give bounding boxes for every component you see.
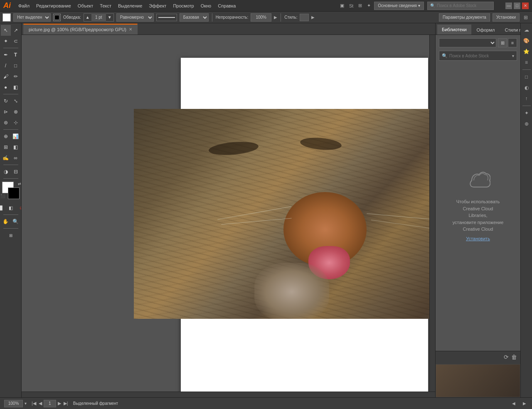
tool-group-slice: ◑ ⊟	[1, 166, 21, 177]
free-transform-tool[interactable]: ⊛	[1, 117, 11, 128]
pencil-tool[interactable]: ✏	[11, 71, 21, 82]
stroke-panel-icon[interactable]: ↑	[522, 94, 532, 103]
cc-install-link[interactable]: Установить	[466, 236, 490, 241]
selection-tool[interactable]: ↖	[1, 25, 11, 36]
align-icon[interactable]: ≡	[522, 57, 532, 67]
zoom-input[interactable]: 100%	[4, 400, 23, 407]
tab-close-button[interactable]: ✕	[129, 27, 132, 32]
canvas-viewport[interactable]	[22, 35, 435, 397]
options-extra-icon[interactable]: ⊞	[522, 15, 530, 20]
settings-button[interactable]: Установки	[493, 13, 520, 22]
doc-params-button[interactable]: Параметры документа	[439, 13, 490, 22]
mesh-tool[interactable]: ⊞	[1, 142, 11, 153]
menu-select[interactable]: Выделение	[116, 2, 145, 9]
artboards-panel-btn[interactable]: ⊞	[1, 230, 21, 241]
zoom-dropdown-icon[interactable]: ▾	[25, 401, 27, 406]
first-page-button[interactable]: |◀	[31, 401, 37, 406]
rect-tool[interactable]: □	[11, 60, 21, 71]
magic-wand-tool[interactable]: ✦	[1, 36, 11, 47]
color-mode-none[interactable]: ⊘	[17, 202, 22, 213]
maximize-button[interactable]: □	[514, 2, 520, 9]
stock-search-input[interactable]	[437, 3, 491, 8]
warp-tool[interactable]: ⊗	[11, 106, 21, 117]
status-nav-right[interactable]: ▶	[521, 401, 528, 406]
width-tool[interactable]: ⊳	[1, 106, 11, 117]
swap-colors-icon[interactable]: ⇄	[18, 182, 21, 186]
stroke-style-dropdown[interactable]: Базовая	[180, 13, 209, 22]
appearance-icon[interactable]: ⭐	[522, 47, 532, 57]
stroke-type-dropdown[interactable]: Равномерно	[116, 13, 154, 22]
page-number-input[interactable]	[44, 400, 56, 407]
direct-selection-tool[interactable]: ↗	[11, 25, 21, 36]
workspace-selector[interactable]: Основные сведения ▾	[374, 2, 424, 10]
live-paint-tool[interactable]: ◑	[1, 166, 11, 177]
slice-tool[interactable]: ⊟	[11, 166, 21, 177]
background-color[interactable]	[8, 187, 20, 199]
symbol-sprayer-tool[interactable]: ⊕	[1, 131, 11, 142]
library-search-input[interactable]	[449, 54, 510, 58]
type-tool[interactable]: T	[11, 49, 21, 60]
column-graph-tool[interactable]: 📊	[11, 131, 21, 142]
gradient-tool[interactable]: ◧	[11, 142, 21, 153]
menu-file[interactable]: Файл	[16, 2, 32, 9]
reset-colors-icon[interactable]: ⬛	[0, 194, 5, 198]
menu-text[interactable]: Текст	[97, 2, 114, 9]
eraser-tool[interactable]: ◧	[11, 82, 21, 93]
selection-dropdown[interactable]: Нет выделения	[13, 13, 51, 22]
pen-tool[interactable]: ✒	[1, 49, 11, 60]
tab-libraries[interactable]: Библиотеки	[437, 25, 471, 34]
rotate-tool[interactable]: ↻	[1, 96, 11, 106]
library-search-dropdown-icon[interactable]: ▾	[512, 54, 514, 58]
color-guide-icon[interactable]: 🎨	[522, 36, 532, 46]
color-mode-color[interactable]: ⬜	[0, 202, 5, 213]
next-page-button[interactable]: ▶	[57, 401, 62, 406]
hand-tool[interactable]: ✋	[1, 216, 11, 227]
library-search-box[interactable]: 🔍 ▾	[439, 51, 517, 61]
stroke-width-input[interactable]	[91, 13, 106, 22]
library-delete-icon[interactable]: 🗑	[511, 354, 517, 360]
menu-help[interactable]: Справка	[215, 2, 238, 9]
opacity-arrow[interactable]: ▶	[274, 15, 277, 20]
menu-view[interactable]: Просмотр	[170, 2, 196, 9]
symbols-icon[interactable]: ✦	[522, 108, 532, 118]
zoom-tool[interactable]: 🔍	[11, 216, 21, 227]
list-view-button[interactable]: ≡	[508, 38, 517, 47]
tab-oform[interactable]: Оформл	[472, 25, 500, 34]
blend-tool[interactable]: ∞	[11, 153, 21, 163]
color-mode-gradient[interactable]: ◧	[6, 202, 16, 213]
minimize-button[interactable]: —	[505, 2, 512, 9]
document-tab[interactable]: picture.jpg @ 100% (RGB/Предпросмотр GPU…	[23, 24, 138, 34]
close-button[interactable]: ✕	[522, 2, 529, 9]
transform-icon[interactable]: □	[522, 72, 532, 82]
opacity-input[interactable]	[251, 13, 271, 22]
menu-object[interactable]: Объект	[75, 2, 96, 9]
scale-tool[interactable]: ⤡	[11, 96, 21, 106]
stock-search-box[interactable]: 🔍	[427, 2, 494, 10]
menu-edit[interactable]: Редактирование	[34, 2, 74, 9]
library-sync-icon[interactable]: ⟳	[504, 354, 509, 360]
style-swatch[interactable]	[300, 14, 309, 21]
pathfinder-icon[interactable]: ◐	[522, 83, 532, 93]
style-arrow[interactable]: ▶	[311, 15, 315, 20]
fill-color-swatch[interactable]	[2, 13, 11, 22]
last-page-button[interactable]: ▶|	[63, 401, 69, 406]
blob-brush-tool[interactable]: ●	[1, 82, 11, 93]
stroke-color-swatch[interactable]	[53, 14, 61, 21]
eyedropper-tool[interactable]: ✍	[1, 153, 11, 163]
status-text: Выделенный фрагмент	[73, 401, 118, 406]
horizontal-scrollbar[interactable]	[22, 392, 435, 397]
cc-libraries-icon[interactable]: ☁	[522, 25, 532, 35]
status-nav-left[interactable]: ◀	[510, 401, 517, 406]
vertical-scrollbar[interactable]	[429, 35, 435, 392]
library-dropdown[interactable]	[439, 38, 496, 47]
paintbrush-tool[interactable]: 🖌	[1, 71, 11, 82]
shape-builder-tool[interactable]: ⊹	[11, 117, 21, 128]
grid-view-button[interactable]: ⊞	[498, 38, 507, 47]
lasso-tool[interactable]: ⊂	[11, 36, 21, 47]
menu-effect[interactable]: Эффект	[146, 2, 169, 9]
prev-page-button[interactable]: ◀	[38, 401, 43, 406]
graphic-styles-icon[interactable]: ⊕	[522, 119, 532, 129]
line-tool[interactable]: /	[1, 60, 11, 71]
stroke-width-stepper[interactable]: ▲ ▼	[84, 13, 114, 22]
menu-window[interactable]: Окно	[198, 2, 214, 9]
